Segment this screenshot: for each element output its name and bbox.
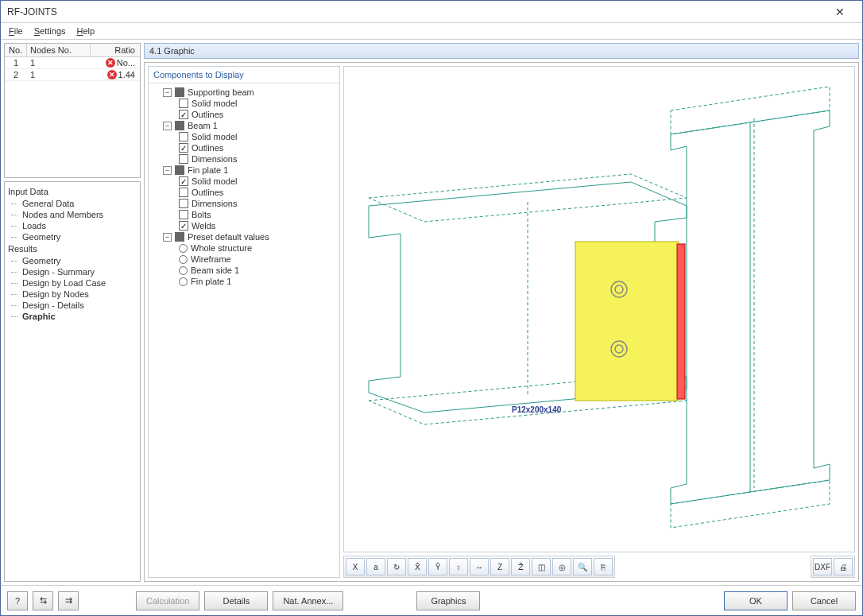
- checkbox-icon[interactable]: [179, 132, 188, 141]
- checkbox-icon[interactable]: [179, 99, 188, 108]
- view-tool-button[interactable]: ◎: [552, 558, 571, 575]
- tree-title: Components to Display: [149, 67, 339, 83]
- tree-group[interactable]: − Beam 1: [150, 120, 338, 131]
- tree-group[interactable]: − Fin plate 1: [150, 165, 338, 176]
- tree-group-label: Preset default values: [188, 232, 269, 242]
- tree-item[interactable]: Dimensions: [150, 153, 338, 165]
- view-tool-button[interactable]: Z̄: [511, 558, 530, 575]
- view-tool-button[interactable]: ◫: [532, 558, 551, 575]
- th-ratio[interactable]: Ratio: [91, 44, 138, 56]
- next-button[interactable]: ⇉: [58, 591, 79, 610]
- view-tool-button[interactable]: a: [366, 558, 385, 575]
- view-tool-button[interactable]: X: [346, 558, 365, 575]
- tree-item[interactable]: Outlines: [150, 109, 338, 120]
- collapse-icon[interactable]: −: [163, 233, 172, 242]
- radio-icon[interactable]: [179, 255, 188, 264]
- view-tool-button[interactable]: Ȳ: [428, 558, 447, 575]
- help-button[interactable]: ?: [7, 591, 28, 610]
- view-tool-button[interactable]: X̄: [408, 558, 427, 575]
- tree-group-label: Fin plate 1: [188, 165, 228, 175]
- view-tool-button[interactable]: 🔍: [573, 558, 592, 575]
- tree-item-label: Outlines: [192, 188, 223, 197]
- checkbox-icon[interactable]: [179, 221, 188, 231]
- close-icon[interactable]: ✕: [824, 6, 856, 18]
- nav-item-graphic[interactable]: Graphic: [8, 311, 137, 322]
- view-tool-button[interactable]: ↔: [470, 558, 489, 575]
- tree-item[interactable]: Outlines: [150, 187, 338, 198]
- ok-button[interactable]: OK: [724, 591, 788, 610]
- nav-item[interactable]: Nodes and Members: [8, 209, 137, 220]
- tree-item-label: Solid model: [192, 176, 237, 186]
- tree-item[interactable]: Welds: [150, 220, 338, 231]
- export-tool-button[interactable]: DXF: [813, 558, 832, 575]
- table-row[interactable]: 2 1 ✕1.44: [5, 69, 140, 81]
- tree-group[interactable]: − Preset default values: [150, 231, 338, 242]
- nav-item[interactable]: Design - Details: [8, 300, 137, 311]
- tree-item[interactable]: Whole structure: [150, 242, 338, 254]
- calculation-button[interactable]: Calculation: [136, 591, 199, 610]
- checkbox-icon[interactable]: [179, 210, 188, 219]
- checkbox-icon[interactable]: [175, 165, 184, 175]
- tree-group[interactable]: − Supporting beam: [150, 87, 338, 98]
- viewport-3d[interactable]: P12x200x140: [343, 66, 855, 552]
- checkbox-icon[interactable]: [179, 110, 188, 119]
- tree-item-label: Fin plate 1: [191, 277, 231, 286]
- navigator: Input Data General Data Nodes and Member…: [4, 181, 141, 582]
- radio-icon[interactable]: [179, 277, 188, 286]
- tree-item[interactable]: Bolts: [150, 209, 338, 220]
- nav-item[interactable]: Geometry: [8, 255, 137, 266]
- error-icon: ✕: [107, 70, 117, 79]
- cancel-button[interactable]: Cancel: [792, 591, 856, 610]
- tree-item-label: Dimensions: [192, 154, 237, 164]
- graphics-button[interactable]: Graphics: [416, 591, 480, 610]
- tree-item[interactable]: Dimensions: [150, 198, 338, 209]
- nav-item[interactable]: Loads: [8, 220, 137, 231]
- annex-button[interactable]: Nat. Annex...: [273, 591, 343, 610]
- checkbox-icon[interactable]: [179, 199, 188, 208]
- radio-icon[interactable]: [179, 244, 188, 253]
- tree-item[interactable]: Outlines: [150, 142, 338, 153]
- menu-file[interactable]: File: [4, 25, 28, 37]
- view-tool-button[interactable]: Z: [490, 558, 509, 575]
- th-nodes[interactable]: Nodes No.: [27, 44, 91, 56]
- checkbox-icon[interactable]: [175, 121, 184, 130]
- nav-head-results: Results: [8, 242, 137, 255]
- radio-icon[interactable]: [179, 266, 188, 275]
- svg-rect-4: [677, 244, 685, 399]
- checkbox-icon[interactable]: [179, 188, 188, 197]
- collapse-icon[interactable]: −: [163, 166, 172, 175]
- menu-help[interactable]: Help: [72, 25, 100, 37]
- nav-item[interactable]: Design by Nodes: [8, 289, 137, 300]
- view-tool-button[interactable]: ↕: [449, 558, 468, 575]
- checkbox-icon[interactable]: [179, 154, 188, 164]
- plate-label: P12x200x140: [512, 405, 562, 414]
- export-tool-button[interactable]: 🖨: [834, 558, 853, 575]
- nav-item[interactable]: Geometry: [8, 231, 137, 242]
- tree-item-label: Welds: [192, 221, 215, 231]
- checkbox-icon[interactable]: [179, 143, 188, 153]
- tree-item[interactable]: Fin plate 1: [150, 276, 338, 287]
- collapse-icon[interactable]: −: [163, 88, 172, 97]
- view-tool-button[interactable]: ⎘: [594, 558, 613, 575]
- tree-item[interactable]: Wireframe: [150, 254, 338, 265]
- nav-item[interactable]: Design by Load Case: [8, 277, 137, 289]
- th-no[interactable]: No.: [5, 44, 27, 56]
- collapse-icon[interactable]: −: [163, 122, 172, 130]
- nav-item[interactable]: General Data: [8, 198, 137, 209]
- prev-button[interactable]: ⇆: [33, 591, 53, 610]
- view-tool-button[interactable]: ↻: [387, 558, 406, 575]
- checkbox-icon[interactable]: [179, 176, 188, 186]
- tree-item[interactable]: Solid model: [150, 98, 338, 109]
- menu-settings[interactable]: Settings: [29, 25, 71, 37]
- tree-item[interactable]: Solid model: [150, 176, 338, 187]
- nav-item[interactable]: Design - Summary: [8, 266, 137, 277]
- nav-head-input: Input Data: [8, 185, 137, 198]
- tree-item-label: Solid model: [192, 99, 237, 108]
- table-row[interactable]: 1 1 ✕No...: [5, 57, 140, 69]
- details-button[interactable]: Details: [204, 591, 268, 610]
- results-table: No. Nodes No. Ratio 1 1 ✕No... 2 1 ✕1.44: [4, 43, 141, 178]
- checkbox-icon[interactable]: [175, 87, 184, 97]
- tree-item[interactable]: Beam side 1: [150, 265, 338, 276]
- checkbox-icon[interactable]: [175, 232, 184, 242]
- tree-item[interactable]: Solid model: [150, 131, 338, 142]
